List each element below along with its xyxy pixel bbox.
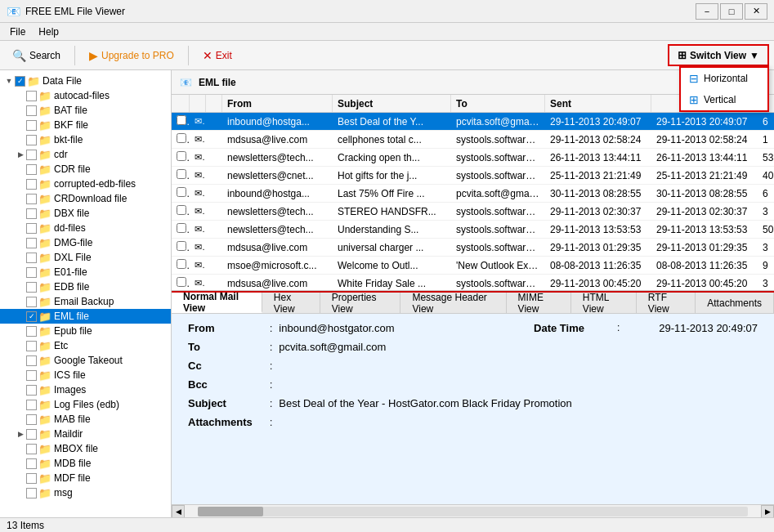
row-check[interactable] bbox=[172, 187, 190, 199]
tree-item-ics[interactable]: 📁 ICS file bbox=[0, 368, 171, 382]
row-check[interactable] bbox=[172, 169, 190, 181]
tab-rtf-view[interactable]: RTF View bbox=[637, 293, 696, 313]
tree-checkbox[interactable] bbox=[26, 444, 37, 454]
tree-checkbox[interactable] bbox=[26, 150, 37, 160]
tab-normal-mail-view[interactable]: Normal Mail View bbox=[172, 293, 262, 313]
scroll-left-button[interactable]: ◀ bbox=[172, 505, 185, 518]
col-header-check[interactable] bbox=[172, 95, 190, 112]
tree-root-item[interactable]: ▼ ✓ 📁 Data File bbox=[0, 74, 171, 88]
tree-toggle-root[interactable]: ▼ bbox=[3, 77, 15, 85]
col-header-attach[interactable] bbox=[206, 95, 222, 112]
tree-item-eml[interactable]: ✓ 📁 EML file bbox=[0, 309, 171, 324]
tree-item-dd[interactable]: 📁 dd-files bbox=[0, 221, 171, 235]
tree-item-bat[interactable]: 📁 BAT file bbox=[0, 103, 171, 118]
row-check[interactable] bbox=[172, 241, 190, 253]
switch-view-option-horizontal[interactable]: ⊟ Horizontal bbox=[681, 68, 767, 89]
tree-checkbox[interactable] bbox=[26, 267, 37, 278]
col-header-sent[interactable]: Sent bbox=[545, 95, 651, 112]
col-header-from[interactable]: From bbox=[222, 95, 333, 112]
col-header-subject[interactable]: Subject bbox=[333, 95, 451, 112]
row-check[interactable] bbox=[172, 223, 190, 235]
tree-item-bkf[interactable]: 📁 BKF file bbox=[0, 118, 171, 132]
email-list[interactable]: From Subject To Sent P ✉ inbound@hostga.… bbox=[172, 95, 774, 291]
email-row[interactable]: ✉ newsletters@tech... STEREO HANDSFR... … bbox=[172, 203, 774, 221]
tree-checkbox[interactable] bbox=[26, 341, 37, 351]
tree-checkbox[interactable] bbox=[26, 400, 37, 410]
horizontal-scrollbar[interactable]: ◀ ▶ bbox=[172, 504, 774, 517]
menu-file[interactable]: File bbox=[3, 25, 32, 39]
tree-item-mdf[interactable]: 📁 MDF file bbox=[0, 471, 171, 485]
email-row[interactable]: ✉ newsletters@tech... Cracking open th..… bbox=[172, 149, 774, 167]
col-header-icon[interactable] bbox=[190, 95, 206, 112]
email-row[interactable]: ✉ inbound@hostga... Best Deal of the Y..… bbox=[172, 113, 774, 131]
tree-checkbox-eml[interactable]: ✓ bbox=[26, 311, 37, 322]
tree-item-crdownload[interactable]: 📁 CRDownload file bbox=[0, 191, 171, 206]
tree-checkbox[interactable] bbox=[26, 473, 37, 484]
scrollbar-track[interactable] bbox=[198, 507, 748, 516]
tree-item-cdrfile[interactable]: 📁 CDR file bbox=[0, 162, 171, 177]
exit-button[interactable]: ✕ Exit bbox=[195, 45, 239, 66]
tree-checkbox[interactable] bbox=[26, 135, 37, 145]
email-row[interactable]: ✉ mdsusa@live.com White Friday Sale ... … bbox=[172, 275, 774, 291]
tree-item-cdr[interactable]: ▶ 📁 cdr bbox=[0, 147, 171, 162]
tree-item-mab[interactable]: 📁 MAB file bbox=[0, 412, 171, 427]
tree-checkbox[interactable] bbox=[26, 429, 37, 440]
tree-item-maildir[interactable]: ▶ 📁 Maildir bbox=[0, 427, 171, 441]
tree-checkbox[interactable] bbox=[26, 355, 37, 366]
tree-checkbox[interactable] bbox=[26, 385, 37, 396]
tree-item-dxl[interactable]: 📁 DXL File bbox=[0, 250, 171, 265]
email-row[interactable]: ✉ inbound@hostga... Last 75% Off Fire ..… bbox=[172, 185, 774, 203]
tree-item-etc[interactable]: 📁 Etc bbox=[0, 338, 171, 353]
menu-help[interactable]: Help bbox=[32, 25, 65, 39]
tab-hex-view[interactable]: Hex View bbox=[262, 293, 320, 313]
tree-checkbox[interactable] bbox=[26, 370, 37, 381]
search-button[interactable]: 🔍 Search bbox=[5, 45, 68, 66]
row-check[interactable] bbox=[172, 151, 190, 163]
tree-checkbox[interactable] bbox=[26, 297, 37, 307]
tree-checkbox[interactable] bbox=[26, 414, 37, 425]
tree-checkbox[interactable] bbox=[26, 91, 37, 101]
tree-checkbox[interactable] bbox=[26, 208, 37, 219]
email-row[interactable]: ✉ mdsusa@live.com universal charger ... … bbox=[172, 239, 774, 257]
tab-attachments[interactable]: Attachments bbox=[696, 293, 774, 313]
email-row[interactable]: ✉ newsletters@cnet... Hot gifts for the … bbox=[172, 167, 774, 185]
row-check[interactable] bbox=[172, 277, 190, 289]
tree-item-mdb[interactable]: 📁 MDB file bbox=[0, 456, 171, 471]
tree-item-autocad[interactable]: 📁 autocad-files bbox=[0, 88, 171, 103]
tree-checkbox[interactable] bbox=[26, 194, 37, 204]
tree-item-epub[interactable]: 📁 Epub file bbox=[0, 324, 171, 338]
maximize-button[interactable]: □ bbox=[720, 3, 743, 20]
tab-message-header-view[interactable]: Message Header View bbox=[400, 293, 506, 313]
scroll-right-button[interactable]: ▶ bbox=[761, 505, 774, 518]
tree-item-images[interactable]: 📁 Images bbox=[0, 382, 171, 397]
tree-item-corrupted[interactable]: 📁 corrupted-edb-files bbox=[0, 177, 171, 191]
col-header-to[interactable]: To bbox=[451, 95, 545, 112]
tree-checkbox[interactable] bbox=[26, 105, 37, 116]
scrollbar-thumb[interactable] bbox=[198, 507, 263, 516]
row-check[interactable] bbox=[172, 133, 190, 145]
tree-item-mbox[interactable]: 📁 MBOX file bbox=[0, 441, 171, 456]
tab-properties-view[interactable]: Properties View bbox=[320, 293, 401, 313]
tree-checkbox[interactable] bbox=[26, 253, 37, 263]
tree-checkbox[interactable] bbox=[26, 120, 37, 131]
close-button[interactable]: ✕ bbox=[745, 3, 767, 20]
tab-mime-view[interactable]: MIME View bbox=[507, 293, 571, 313]
email-row[interactable]: ✉ msoe@microsoft.c... Welcome to Outl...… bbox=[172, 257, 774, 275]
row-check[interactable] bbox=[172, 115, 190, 127]
tree-item-bkt[interactable]: 📁 bkt-file bbox=[0, 132, 171, 147]
switch-view-button[interactable]: ⊞ Switch View ▼ bbox=[668, 44, 769, 66]
tree-checkbox[interactable] bbox=[26, 223, 37, 234]
email-row[interactable]: ✉ mdsusa@live.com cellphones total c... … bbox=[172, 131, 774, 149]
tree-checkbox[interactable] bbox=[26, 238, 37, 248]
tree-item-emailbackup[interactable]: 📁 Email Backup bbox=[0, 294, 171, 309]
tree-item-dmg[interactable]: 📁 DMG-file bbox=[0, 235, 171, 250]
upgrade-button[interactable]: ▶ Upgrade to PRO bbox=[82, 45, 181, 66]
tree-checkbox[interactable] bbox=[26, 488, 37, 498]
tree-item-google[interactable]: 📁 Google Takeout bbox=[0, 353, 171, 368]
tree-checkbox[interactable] bbox=[26, 458, 37, 469]
tree-checkbox[interactable] bbox=[26, 326, 37, 337]
tree-item-edb[interactable]: 📁 EDB file bbox=[0, 279, 171, 294]
row-check[interactable] bbox=[172, 259, 190, 271]
tree-checkbox[interactable] bbox=[26, 164, 37, 175]
tab-html-view[interactable]: HTML View bbox=[571, 293, 637, 313]
